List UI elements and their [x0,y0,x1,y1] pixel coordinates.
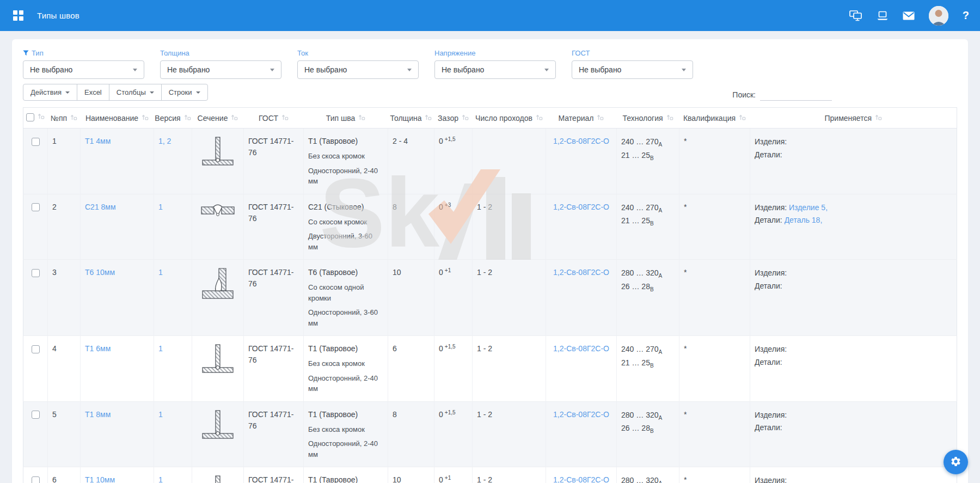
seam-name-link[interactable]: Т1 8мм [85,410,111,419]
row-checkbox[interactable] [32,476,40,483]
toolbar-button-excel[interactable]: Excel [77,84,109,101]
sort-icon[interactable] [358,114,365,123]
column-header-Число проходов[interactable]: Число проходов [473,108,546,129]
section-diagram [200,213,235,222]
column-header-label: Технология [622,114,663,123]
search-input[interactable] [760,89,832,101]
applies-line: Детали: Деталь 18, [755,214,952,227]
column-header-Версия[interactable]: Версия [154,108,192,129]
select-all-checkbox[interactable] [26,113,34,121]
seam-name-link[interactable]: С21 8мм [85,203,116,211]
seam-name-link[interactable]: Т6 10мм [85,268,115,277]
version-link[interactable]: 1 [158,203,163,211]
toolbar-button-столбцы[interactable]: Столбцы [109,84,162,101]
sort-icon[interactable] [142,114,149,123]
laptop-icon[interactable] [877,11,889,21]
applies-label: Изделия: [755,476,787,483]
apps-grid-icon[interactable] [11,9,25,23]
seam-name-link[interactable]: Т1 10мм [85,475,115,483]
version-link[interactable]: 1 [158,410,163,419]
technology-cell: 240 … 270А21 … 25В [617,194,679,260]
material-link[interactable]: 1,2-Св-08Г2С-О [553,203,609,211]
gost-cell: ГОСТ 14771-76 [244,194,304,260]
sort-icon[interactable] [425,114,432,123]
filter-label-text: ГОСТ [572,49,590,57]
row-checkbox[interactable] [32,345,40,353]
version-link[interactable]: 1 [158,344,163,353]
filter-select-5[interactable]: Не выбрано [572,60,693,79]
filter-select-4[interactable]: Не выбрано [434,60,556,79]
toolbar-button-действия[interactable]: Действия [23,84,77,101]
material-link[interactable]: 1,2-Св-08Г2С-О [553,344,609,353]
detail-link[interactable]: Деталь 18, [785,216,823,224]
column-header-Применяется[interactable]: Применяется [750,108,957,129]
sort-icon[interactable] [739,114,746,123]
settings-fab[interactable] [944,450,968,474]
sort-icon[interactable] [666,114,673,123]
sort-icon[interactable] [536,114,543,123]
table-row[interactable]: 3Т6 10мм1ГОСТ 14771-76Т6 (Тавровое)Со ск… [23,260,957,336]
column-header-Зазор[interactable]: Зазор [434,108,473,129]
seam-name-link[interactable]: Т1 6мм [85,344,111,353]
row-checkbox[interactable] [32,138,40,146]
sort-icon[interactable] [70,114,77,123]
material-link[interactable]: 1,2-Св-08Г2С-О [553,137,609,145]
sort-icon[interactable] [184,114,191,123]
column-header-ГОСТ[interactable]: ГОСТ [244,108,304,129]
version-link[interactable]: 1 [158,268,163,277]
material-link[interactable]: 1,2-Св-08Г2С-О [553,410,609,419]
material-link[interactable]: 1,2-Св-08Г2С-О [553,268,609,277]
technology-line: 26 … 28В [621,422,675,436]
column-header-Тип шва[interactable]: Тип шва [304,108,388,129]
row-checkbox[interactable] [32,203,40,211]
row-select-cell [23,336,48,402]
seam-type-line: Односторонний, 2-40 мм [308,373,383,394]
filter-select-3[interactable]: Не выбрано [297,60,419,79]
chevron-down-icon [544,69,549,71]
table-row[interactable]: 6Т1 10мм1ГОСТ 14771-76Т1 (Тавровое)Без с… [23,467,957,483]
screens-icon[interactable] [849,10,862,21]
sort-icon[interactable] [597,114,604,123]
column-header-label: Тип шва [326,114,356,123]
technology-unit: В [650,286,654,292]
sort-icon[interactable] [875,114,882,123]
sort-icon[interactable] [462,114,469,123]
column-header-Сечение[interactable]: Сечение [192,108,244,129]
help-icon[interactable]: ? [963,9,969,22]
sort-icon[interactable] [38,113,45,121]
version-link[interactable]: 1, 2 [158,137,171,145]
mail-icon[interactable] [903,11,915,20]
filter-select-1[interactable]: Не выбрано [23,60,144,79]
seam-type-cell: С21 (Стыковое)Со скосом кромокДвусторонн… [304,194,388,260]
gap-tolerance: +1,5 [445,409,456,415]
column-header-Квалификация[interactable]: Квалификация [679,108,750,129]
column-header-Материал[interactable]: Материал [546,108,617,129]
product-link[interactable]: Изделие 5, [789,203,828,212]
row-checkbox[interactable] [32,269,40,277]
technology-unit: А [659,480,663,483]
technology-value: 240 … 270 [621,137,659,146]
seam-name-link[interactable]: Т1 4мм [85,137,111,145]
sort-icon[interactable] [231,114,238,123]
filter-select-2[interactable]: Не выбрано [160,60,281,79]
column-header-№пп[interactable]: №пп [48,108,81,129]
row-checkbox[interactable] [32,411,40,419]
table-row[interactable]: 5Т1 8мм1ГОСТ 14771-76Т1 (Тавровое)Без ск… [23,401,957,467]
column-header-Наименование[interactable]: Наименование [81,108,154,129]
select-all-header[interactable] [23,108,48,129]
table-row[interactable]: 4Т1 6мм1ГОСТ 14771-76Т1 (Тавровое)Без ск… [23,336,957,402]
applies-cell: Изделия:Детали: [750,260,957,336]
table-row[interactable]: 2С21 8мм1ГОСТ 14771-76С21 (Стыковое)Со с… [23,194,957,260]
version-link[interactable]: 1 [158,475,163,483]
applies-line: Изделия: [755,136,952,149]
toolbar-button-строки[interactable]: Строки [161,84,208,101]
material-link[interactable]: 1,2-Св-08Г2С-О [553,475,609,483]
seam-name-cell: С21 8мм [81,194,154,260]
sort-icon[interactable] [281,114,289,123]
technology-unit: А [659,349,663,355]
table-row[interactable]: 1Т1 4мм1, 2ГОСТ 14771-76Т1 (Тавровое)Без… [23,129,957,194]
seam-name-cell: Т1 6мм [81,336,154,402]
user-avatar[interactable] [929,6,948,26]
column-header-Технология[interactable]: Технология [617,108,679,129]
column-header-Толщина[interactable]: Толщина [388,108,434,129]
